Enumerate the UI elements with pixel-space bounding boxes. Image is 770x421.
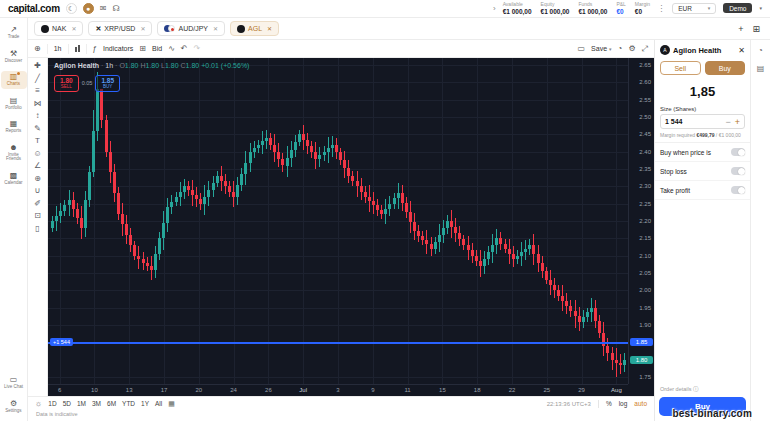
range-button-ytd[interactable]: YTD (122, 400, 135, 407)
range-button-all[interactable]: All (155, 400, 162, 407)
range-button-5d[interactable]: 5D (63, 400, 71, 407)
chart-canvas[interactable]: +1 544 2.652.602.552.502.452.402.352.302… (48, 58, 654, 396)
indicators-button[interactable]: Indicators (103, 45, 133, 52)
layout-grid-icon[interactable]: ⊞ (752, 24, 760, 34)
sidebar-item-settings[interactable]: ⚙Settings (1, 398, 27, 416)
range-button-3m[interactable]: 3M (92, 400, 101, 407)
toggle-row-buy-when-price-is: Buy when price is (655, 143, 750, 162)
support-icon[interactable]: ☊ (112, 4, 119, 13)
mail-icon[interactable]: ✉ (100, 4, 107, 13)
range-button-1d[interactable]: 1D (48, 400, 56, 407)
sidebar-item-reports[interactable]: ▦Reports (1, 118, 27, 136)
clock-display[interactable]: 22:13:36 UTC+3 (547, 401, 591, 407)
long-short-position-icon[interactable]: ↕ (36, 112, 40, 120)
gear-icon[interactable]: ⚙ (628, 45, 635, 53)
screenshot-icon[interactable]: ▭ (578, 45, 586, 53)
toggle-switch[interactable] (731, 186, 745, 194)
bulb-icon[interactable]: ☼ (35, 399, 42, 408)
candlestick-plot[interactable]: +1 544 (48, 58, 628, 384)
alert-clock-icon[interactable]: ◔ (618, 45, 623, 53)
redo-icon[interactable]: ↷ (194, 45, 201, 53)
time-axis[interactable]: 6101317202426Jul39111518222529Aug (48, 384, 628, 396)
collapse-metrics-icon[interactable]: › (493, 4, 496, 13)
range-button-1y[interactable]: 1Y (141, 400, 149, 407)
measure-icon[interactable]: ∠ (34, 162, 41, 170)
close-icon[interactable]: ✕ (267, 25, 272, 32)
sidebar-item-trade[interactable]: ↗Trade (1, 24, 27, 42)
sidebar-item-charts[interactable]: ▥Charts (1, 71, 27, 89)
crosshair-icon[interactable]: ✚ (34, 62, 41, 70)
candle-body (179, 192, 182, 197)
order-line[interactable] (48, 342, 628, 344)
flag-jpy-icon (168, 25, 175, 32)
fullscreen-icon[interactable]: ⤢ (642, 45, 648, 53)
close-icon[interactable]: ✕ (738, 46, 745, 55)
demo-chevron-icon[interactable]: ▾ (759, 5, 762, 11)
price-type-button[interactable]: Bid (152, 45, 162, 52)
demo-badge[interactable]: Demo (723, 3, 752, 13)
symbol-add-icon[interactable]: ⊕ (34, 45, 41, 53)
range-button-6m[interactable]: 6M (107, 400, 116, 407)
kebab-menu-icon[interactable]: ⋮ (657, 4, 665, 13)
xabcd-pattern-icon[interactable]: ⋈ (34, 100, 42, 108)
close-icon[interactable]: ✕ (71, 25, 76, 32)
sidebar-item-invite-friends[interactable]: ☻Invite Friends (1, 142, 27, 164)
chart-bottom-bar: ☼ 1D5D1M3M6MYTD1YAll ▦ 22:13:36 UTC+3 % … (28, 396, 654, 410)
currency-select[interactable]: EUR ▾ (672, 3, 716, 14)
trend-line-icon[interactable]: ╱ (35, 75, 40, 83)
order-details-link[interactable]: Order details ⓘ (655, 386, 750, 397)
toggle-switch[interactable] (731, 148, 745, 156)
sidebar-item-discover[interactable]: ⚒Discover (1, 48, 27, 66)
emoji-icon[interactable]: ☺ (33, 150, 41, 158)
order-price-badge: 1.85 (630, 338, 653, 346)
price-tick: 2.05 (639, 270, 651, 276)
price-axis[interactable]: 2.652.602.552.502.452.402.352.302.252.20… (628, 58, 654, 384)
compare-icon[interactable]: ⊞ (139, 45, 146, 53)
log-scale-button[interactable]: log (619, 400, 628, 407)
increase-size-button[interactable]: + (735, 117, 740, 127)
add-tab-button[interactable]: + (738, 24, 743, 34)
tab-audjpy[interactable]: AUD/JPY✕ (157, 21, 225, 36)
sidebar-item-calendar[interactable]: ▩Calendar (1, 170, 27, 188)
notes-icon[interactable]: ▤ (757, 64, 765, 73)
brush-icon[interactable]: ✎ (34, 125, 41, 133)
candle-body (364, 192, 367, 197)
rewards-icon[interactable]: ● (83, 3, 94, 14)
interval-button[interactable]: 1h (54, 45, 62, 52)
remove-all-icon[interactable]: ▯ (35, 225, 39, 233)
toggle-switch[interactable] (731, 167, 745, 175)
candle-body (425, 240, 428, 244)
save-layout-button[interactable]: Save ▾ (591, 45, 611, 52)
text-icon[interactable]: T (35, 137, 40, 145)
close-icon[interactable]: ✕ (140, 25, 145, 32)
magnet-icon[interactable]: ∪ (35, 187, 41, 195)
drawing-mode-icon[interactable]: ✐ (34, 200, 41, 208)
close-icon[interactable]: ✕ (213, 25, 218, 32)
order-size-badge[interactable]: +1 544 (50, 338, 73, 346)
percent-scale-button[interactable]: % (606, 400, 612, 407)
zoom-in-icon[interactable]: ⊕ (34, 175, 41, 183)
go-to-date-icon[interactable]: ▦ (168, 400, 175, 408)
candle-body (154, 254, 157, 270)
sell-tab-button[interactable]: Sell (660, 61, 701, 75)
candle-body (84, 200, 87, 228)
range-button-1m[interactable]: 1M (77, 400, 86, 407)
tab-agl[interactable]: AGL✕ (230, 21, 279, 36)
size-input[interactable]: 1 544 − + (660, 114, 745, 129)
tab-xrpusd[interactable]: ✕XRP/USD✕ (88, 21, 152, 36)
decrease-size-button[interactable]: − (725, 117, 730, 127)
sidebar-item-live-chat[interactable]: ▭Live Chat (1, 374, 27, 392)
undo-icon[interactable]: ↶ (181, 45, 188, 53)
sidebar-item-portfolio[interactable]: ▤Portfolio (1, 95, 27, 113)
line-style-icon[interactable]: ∿ (168, 45, 175, 53)
auto-scale-button[interactable]: auto (634, 400, 647, 407)
buy-tab-button[interactable]: Buy (705, 61, 746, 75)
theme-moon-icon[interactable]: ☾ (66, 3, 77, 14)
tab-nak[interactable]: NAK✕ (34, 21, 83, 36)
history-icon[interactable]: ◔ (758, 46, 763, 55)
buy-quote-button[interactable]: 1.85 BUY (95, 75, 120, 92)
chart-style-icon[interactable] (75, 45, 80, 52)
fib-retracement-icon[interactable]: ≡ (35, 87, 40, 95)
sell-quote-button[interactable]: 1.80 SELL (54, 75, 79, 92)
lock-all-icon[interactable]: ⊡ (34, 212, 41, 220)
